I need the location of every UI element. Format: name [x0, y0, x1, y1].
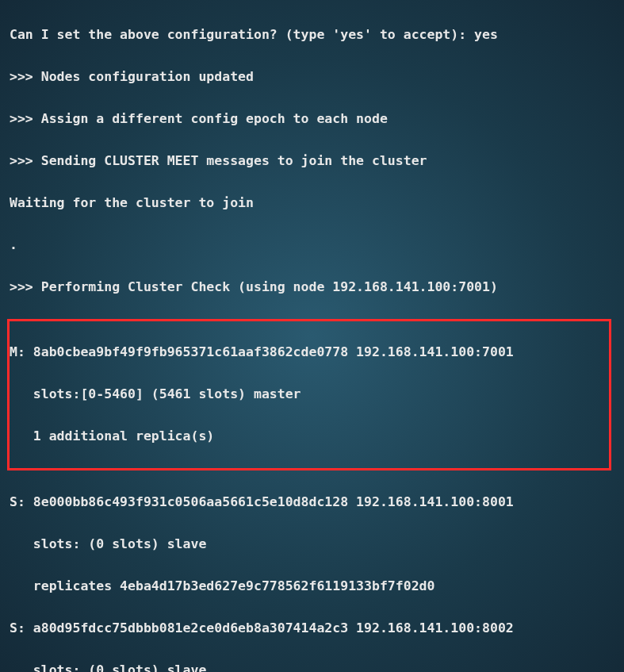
output-line: >>> Assign a different config epoch to e… — [10, 109, 614, 130]
output-line: >>> Nodes configuration updated — [10, 67, 614, 88]
terminal-output[interactable]: Can I set the above configuration? (type… — [0, 0, 624, 672]
output-line: >>> Sending CLUSTER MEET messages to joi… — [10, 151, 614, 172]
output-line: M: 8ab0cbea9bf49f9fb965371c61aaf3862cde0… — [10, 342, 609, 363]
master-node-highlight: M: 8ab0cbea9bf49f9fb965371c61aaf3862cde0… — [7, 319, 611, 471]
output-line: S: a80d95fdcc75dbbb081e2ce0d6eb8a307414a… — [10, 618, 614, 639]
output-line: slots: (0 slots) slave — [10, 534, 614, 555]
output-line: S: 8e000bb86c493f931c0506aa5661c5e10d8dc… — [10, 492, 614, 513]
output-line: 1 additional replica(s) — [10, 426, 609, 447]
output-line: slots: (0 slots) slave — [10, 660, 614, 673]
output-line: >>> Performing Cluster Check (using node… — [10, 277, 614, 298]
output-line: Waiting for the cluster to join — [10, 193, 614, 214]
output-line: . — [10, 235, 614, 256]
output-line: Can I set the above configuration? (type… — [10, 25, 614, 46]
output-line: slots:[0-5460] (5461 slots) master — [10, 384, 609, 405]
output-line: replicates 4eba4d17b3ed627e9c778562f6119… — [10, 576, 614, 597]
